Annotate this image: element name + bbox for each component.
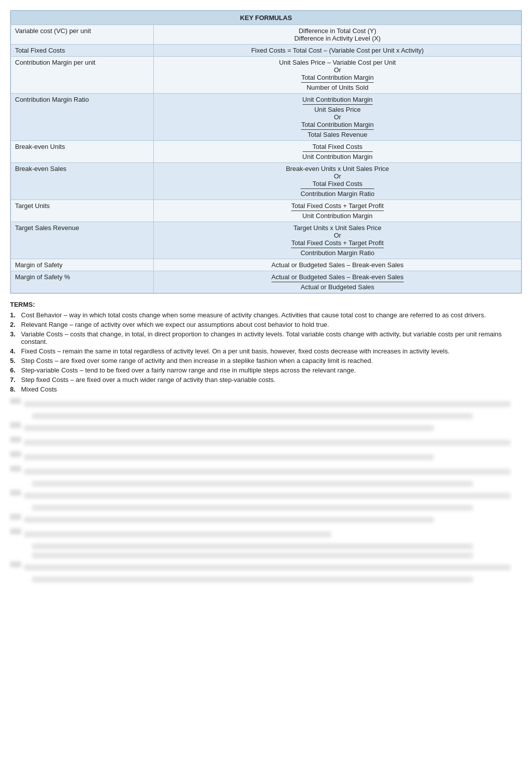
- formula-value: Total Fixed CostsUnit Contribution Margi…: [154, 141, 521, 163]
- term-text: Step Costs – are fixed over some range o…: [21, 357, 373, 364]
- formula-label: Total Fixed Costs: [11, 45, 154, 57]
- formula-value: Actual or Budgeted Sales – Break-even Sa…: [154, 259, 521, 271]
- term-item: 4.Fixed Costs – remain the same in total…: [10, 347, 522, 355]
- term-number: 7.: [10, 376, 21, 383]
- formula-label: Margin of Safety: [11, 259, 154, 271]
- term-text: Relevant Range – range of activity over …: [21, 321, 329, 328]
- formula-label: Margin of Safety %: [11, 271, 154, 293]
- term-text: Step fixed Costs – are fixed over a much…: [21, 376, 276, 383]
- formula-label: Contribution Margin per unit: [11, 57, 154, 94]
- formula-value: Total Fixed Costs + Target ProfitUnit Co…: [154, 200, 521, 222]
- formula-label: Target Units: [11, 200, 154, 222]
- formula-value: Unit Contribution MarginUnit Sales Price…: [154, 94, 521, 141]
- formula-value: Actual or Budgeted Sales – Break-even Sa…: [154, 271, 521, 293]
- formula-value: Target Units x Unit Sales PriceOrTotal F…: [154, 222, 521, 259]
- term-number: 8.: [10, 385, 21, 393]
- term-item: 3.Variable Costs – costs that change, in…: [10, 330, 522, 345]
- formula-label: Break-even Units: [11, 141, 154, 163]
- formula-label: Variable cost (VC) per unit: [11, 25, 154, 45]
- formula-label: Contribution Margin Ratio: [11, 94, 154, 141]
- formula-value: Unit Sales Price – Variable Cost per Uni…: [154, 57, 521, 94]
- term-item: 7.Step fixed Costs – are fixed over a mu…: [10, 376, 522, 383]
- formula-value: Difference in Total Cost (Y)Difference i…: [154, 25, 521, 45]
- term-number: 3.: [10, 330, 21, 338]
- blurred-content: [10, 398, 522, 582]
- term-text: Fixed Costs – remain the same in total r…: [21, 347, 450, 355]
- term-item: 1.Cost Behavior – way in which total cos…: [10, 311, 522, 319]
- term-item: 5.Step Costs – are fixed over some range…: [10, 357, 522, 364]
- term-number: 5.: [10, 357, 21, 364]
- formula-value: Fixed Costs = Total Cost – (Variable Cos…: [154, 45, 521, 57]
- formulas-table: KEY FORMULAS Variable cost (VC) per unit…: [10, 10, 522, 294]
- formula-label: Target Sales Revenue: [11, 222, 154, 259]
- term-number: 6.: [10, 366, 21, 374]
- term-number: 4.: [10, 347, 21, 355]
- table-header: KEY FORMULAS: [11, 11, 521, 25]
- term-item: 2.Relevant Range – range of activity ove…: [10, 321, 522, 328]
- term-text: Variable Costs – costs that change, in t…: [21, 330, 522, 345]
- term-item: 6.Step-variable Costs – tend to be fixed…: [10, 366, 522, 374]
- term-number: 1.: [10, 311, 21, 319]
- term-text: Cost Behavior – way in which total costs…: [21, 311, 486, 319]
- terms-title: TERMS:: [10, 301, 522, 308]
- term-text: Mixed Costs: [21, 385, 57, 393]
- term-text: Step-variable Costs – tend to be fixed o…: [21, 366, 356, 374]
- terms-section: TERMS: 1.Cost Behavior – way in which to…: [10, 301, 522, 393]
- term-number: 2.: [10, 321, 21, 328]
- term-item: 8.Mixed Costs: [10, 385, 522, 393]
- formula-label: Break-even Sales: [11, 163, 154, 200]
- formula-value: Break-even Units x Unit Sales PriceOrTot…: [154, 163, 521, 200]
